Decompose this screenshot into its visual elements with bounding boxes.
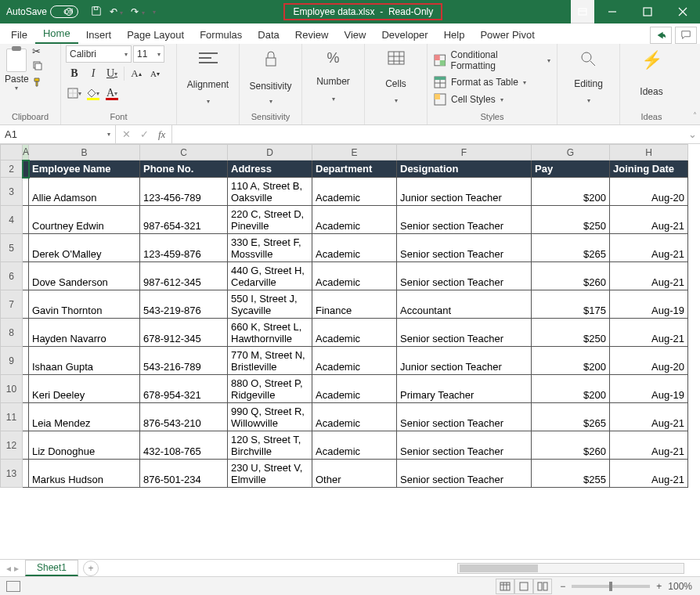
cell[interactable]: Dove Sanderson (29, 262, 140, 290)
cell[interactable]: 770 M, Street N, Bristleville (228, 347, 312, 375)
cell[interactable]: Junior section Teacher (397, 347, 532, 375)
horizontal-scrollbar[interactable] (457, 563, 684, 574)
cell[interactable]: Derek O'Malley (29, 234, 140, 262)
cell[interactable]: Senior section Teacher (397, 262, 532, 290)
cell[interactable]: $250 (532, 206, 610, 234)
cell[interactable]: Junior section Teacher (397, 178, 532, 206)
alignment-icon[interactable] (197, 50, 219, 72)
cell[interactable]: $175 (532, 290, 610, 319)
cell[interactable]: Courtney Edwin (29, 206, 140, 234)
cell[interactable]: Keri Deeley (29, 375, 140, 403)
bold-button[interactable]: B (66, 65, 83, 82)
cells-icon[interactable] (387, 50, 406, 70)
save-icon[interactable] (91, 5, 102, 19)
cell[interactable]: 330 E, Street F, Mossville (228, 234, 312, 262)
cell[interactable]: 987-612-345 (140, 262, 228, 290)
zoom-level[interactable]: 100% (668, 581, 692, 592)
editing-icon[interactable] (579, 50, 598, 70)
borders-button[interactable]: ▾ (66, 85, 83, 102)
cell[interactable]: Senior section Teacher (397, 319, 532, 347)
ribbon-tab-formulas[interactable]: Formulas (192, 26, 250, 44)
cell[interactable]: Academic (312, 234, 397, 262)
row-header[interactable]: 2 (1, 160, 23, 178)
cell[interactable]: 550 I, Street J, Sycaville (228, 290, 312, 319)
ribbon-tab-help[interactable]: Help (436, 26, 473, 44)
row-header[interactable]: 6 (1, 262, 23, 290)
cell[interactable]: $265 (532, 403, 610, 431)
number-format-icon[interactable]: % (327, 50, 339, 67)
column-header[interactable]: B (29, 145, 140, 160)
cell[interactable]: Other (312, 460, 397, 488)
row-header[interactable]: 11 (1, 403, 23, 431)
row-header[interactable]: 13 (1, 460, 23, 488)
sheet-nav-last-icon[interactable]: ▸ (14, 563, 19, 574)
cell[interactable]: 123-456-789 (140, 178, 228, 206)
column-header[interactable]: A (23, 145, 29, 160)
cell[interactable]: Accountant (397, 290, 532, 319)
format-painter-icon[interactable] (32, 77, 43, 90)
zoom-out-button[interactable]: − (560, 581, 565, 592)
redo-icon[interactable]: ↷ ▾ (131, 6, 144, 17)
font-color-button[interactable]: A▾ (103, 85, 121, 102)
cell[interactable]: Senior section Teacher (397, 403, 532, 431)
column-header[interactable]: E (312, 145, 397, 160)
page-layout-view-icon[interactable] (514, 579, 533, 594)
underline-button[interactable]: U▾ (103, 65, 121, 82)
decrease-font-icon[interactable]: A▾ (146, 65, 164, 82)
ribbon-tab-developer[interactable]: Developer (373, 26, 435, 44)
cell[interactable]: $260 (532, 262, 610, 290)
cell[interactable]: 876-501-234 (140, 460, 228, 488)
cell[interactable]: 987-654-321 (140, 206, 228, 234)
cell[interactable]: Aug-20 (610, 347, 688, 375)
header-cell[interactable]: Phone No. (140, 160, 228, 178)
cell[interactable]: Academic (312, 403, 397, 431)
cell[interactable]: Academic (312, 375, 397, 403)
font-name-combo[interactable]: Calibri▾ (66, 45, 132, 63)
header-cell[interactable]: Pay (532, 160, 610, 178)
ribbon-tab-data[interactable]: Data (250, 26, 287, 44)
ideas-icon[interactable]: ⚡ (641, 50, 662, 70)
minimize-button[interactable] (594, 0, 630, 23)
enter-formula-icon[interactable]: ✓ (140, 128, 149, 140)
cell[interactable]: Ishaan Gupta (29, 347, 140, 375)
header-cell[interactable]: Joining Date (610, 160, 688, 178)
cell[interactable]: 880 O, Street P, Ridgeville (228, 375, 312, 403)
maximize-button[interactable] (630, 0, 665, 23)
cut-icon[interactable]: ✂ (32, 45, 43, 57)
expand-formula-bar-icon[interactable]: ⌄ (684, 125, 700, 143)
italic-button[interactable]: I (85, 65, 102, 82)
sensitivity-icon[interactable] (262, 50, 280, 74)
cell[interactable]: Aug-20 (610, 178, 688, 206)
cell[interactable]: $200 (532, 178, 610, 206)
cell[interactable]: 678-954-321 (140, 375, 228, 403)
cell[interactable]: Leia Mendez (29, 403, 140, 431)
cell[interactable]: Academic (312, 178, 397, 206)
macro-record-icon[interactable] (6, 581, 20, 592)
cell[interactable]: Aug-21 (610, 262, 688, 290)
worksheet-grid[interactable]: ABCDEFGH2Employee NamePhone No.AddressDe… (0, 144, 700, 559)
cell[interactable]: 660 K, Street L, Hawthornville (228, 319, 312, 347)
cell[interactable]: 432-108-765 (140, 431, 228, 460)
cell[interactable]: Gavin Thornton (29, 290, 140, 319)
cell[interactable]: 220 C, Street D, Pineville (228, 206, 312, 234)
header-cell[interactable]: Address (228, 160, 312, 178)
cell[interactable]: Primary Teacher (397, 375, 532, 403)
column-header[interactable]: D (228, 145, 312, 160)
column-header[interactable]: C (140, 145, 228, 160)
cell[interactable]: $265 (532, 234, 610, 262)
cell[interactable]: $255 (532, 460, 610, 488)
cell[interactable]: Academic (312, 347, 397, 375)
comments-button[interactable] (675, 27, 697, 44)
cell[interactable]: 678-912-345 (140, 319, 228, 347)
format-as-table-button[interactable]: Format as Table▾ (432, 74, 552, 91)
cell[interactable]: Academic (312, 206, 397, 234)
fill-color-button[interactable]: ▾ (85, 85, 102, 102)
cell[interactable]: $200 (532, 347, 610, 375)
ribbon-tab-home[interactable]: Home (35, 24, 78, 44)
row-header[interactable]: 7 (1, 290, 23, 319)
paste-button[interactable]: Paste ▾ (5, 45, 29, 92)
increase-font-icon[interactable]: A▴ (128, 65, 145, 82)
autosave-toggle[interactable]: AutoSave Off (6, 5, 78, 18)
cell[interactable]: 543-219-876 (140, 290, 228, 319)
collapse-ribbon-icon[interactable]: ˄ (693, 111, 697, 120)
